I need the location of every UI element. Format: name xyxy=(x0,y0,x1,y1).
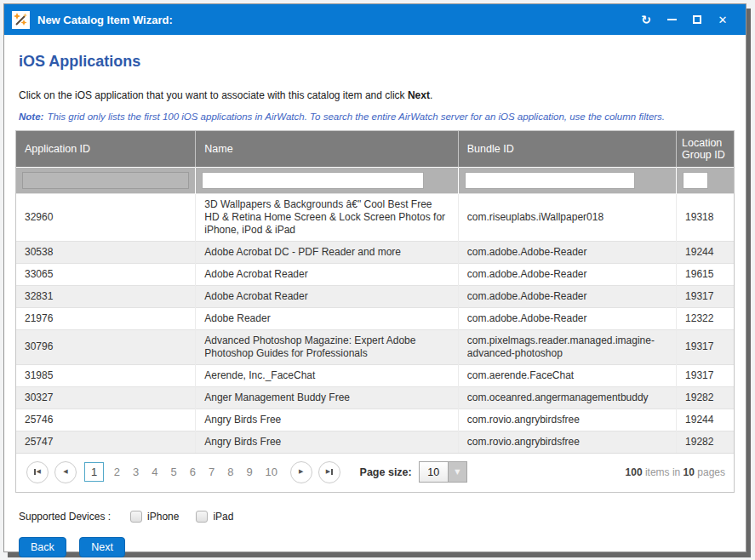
ipad-checkbox[interactable] xyxy=(196,511,208,523)
note-text: Note:This grid only lists the first 100 … xyxy=(19,111,735,122)
window-controls: ↻ ✕ xyxy=(633,9,735,31)
page-number-10[interactable]: 10 xyxy=(266,466,277,478)
cell-application-id: 30796 xyxy=(16,329,196,364)
cell-name: Angry Birds Free xyxy=(196,409,459,431)
next-button[interactable]: Next xyxy=(79,537,125,557)
table-row[interactable]: 25747 Angry Birds Free com.rovio.angrybi… xyxy=(16,431,734,453)
cell-location-group-id: 12322 xyxy=(677,307,734,329)
note-label: Note: xyxy=(19,111,43,122)
table-row[interactable]: 30538 Adobe Acrobat DC - PDF Reader and … xyxy=(16,241,734,263)
window-title: New Catalog Item Wizard: xyxy=(37,14,173,26)
cell-name: Adobe Acrobat DC - PDF Reader and more xyxy=(196,241,459,263)
iphone-option: iPhone xyxy=(130,511,179,523)
column-header-location-group-id[interactable]: Location Group ID xyxy=(677,131,734,167)
cell-location-group-id: 19282 xyxy=(677,386,734,409)
cell-location-group-id: 19615 xyxy=(677,263,734,285)
location-group-id-filter-input[interactable] xyxy=(683,172,708,189)
iphone-checkbox[interactable] xyxy=(130,511,142,523)
last-page-icon: ▶ xyxy=(326,469,330,475)
cell-name: Anger Management Buddy Free xyxy=(196,386,459,409)
prev-page-icon: ◀ xyxy=(63,469,67,475)
cell-name: Adobe Acrobat Reader xyxy=(196,285,459,307)
items-count: 100 xyxy=(626,466,643,478)
page-number-2[interactable]: 2 xyxy=(114,466,120,478)
table-row[interactable]: 32960 3D Wallpapers & Backgrounds â€" Co… xyxy=(16,193,734,241)
page-number-1[interactable]: 1 xyxy=(84,462,104,482)
cell-application-id: 31985 xyxy=(16,364,196,386)
page-number-5[interactable]: 5 xyxy=(170,466,176,478)
cell-application-id: 32831 xyxy=(16,285,196,307)
ipad-label: iPad xyxy=(213,511,233,523)
iphone-label: iPhone xyxy=(147,511,179,523)
page-number-9[interactable]: 9 xyxy=(246,466,252,478)
table-row[interactable]: 33065 Adobe Acrobat Reader com.adobe.Ado… xyxy=(16,263,734,285)
last-page-button[interactable]: ▶ xyxy=(318,461,340,483)
table-row[interactable]: 30796 Advanced Photoshop Magazine: Exper… xyxy=(16,329,734,364)
wizard-buttons: Back Next xyxy=(19,537,735,557)
grid-pager: ◀ ◀ 1 2 3 4 5 6 7 8 9 10 ▶ ▶ Page size: … xyxy=(16,453,734,492)
items-text: items in xyxy=(643,466,684,478)
chevron-down-icon[interactable]: ▼ xyxy=(449,461,467,483)
cell-bundle-id: com.adobe.Adobe-Reader xyxy=(458,307,676,329)
cell-location-group-id: 19317 xyxy=(677,285,734,307)
cell-application-id: 30538 xyxy=(16,241,196,263)
instruction-suffix: . xyxy=(430,89,432,101)
titlebar: New Catalog Item Wizard: ↻ ✕ xyxy=(4,4,746,35)
column-header-name[interactable]: Name xyxy=(196,131,459,167)
wizard-dialog: New Catalog Item Wizard: ↻ ✕ iOS Applica… xyxy=(3,3,746,552)
cell-location-group-id: 19244 xyxy=(677,241,734,263)
page-size-label: Page size: xyxy=(360,466,412,478)
name-filter-input[interactable] xyxy=(202,172,424,189)
back-button[interactable]: Back xyxy=(19,537,66,557)
table-row[interactable]: 31985 Aerende, Inc._FaceChat com.aerende… xyxy=(16,364,734,386)
page-number-3[interactable]: 3 xyxy=(133,466,139,478)
cell-location-group-id: 19282 xyxy=(677,431,734,453)
refresh-icon[interactable]: ↻ xyxy=(633,9,659,31)
minimize-icon[interactable] xyxy=(659,9,684,31)
cell-bundle-id: com.adobe.Adobe-Reader xyxy=(458,241,676,263)
instruction-next-word: Next xyxy=(408,89,430,101)
cell-bundle-id: com.adobe.Adobe-Reader xyxy=(458,285,676,307)
page-size-dropdown[interactable]: 10 ▼ xyxy=(419,461,467,483)
page-size-value: 10 xyxy=(419,461,449,483)
cell-application-id: 30327 xyxy=(16,386,196,409)
table-row[interactable]: 25746 Angry Birds Free com.rovio.angrybi… xyxy=(16,409,734,431)
pager-status: 100 items in 10 pages xyxy=(626,466,725,478)
grid-filter-row xyxy=(16,167,734,193)
prev-page-button[interactable]: ◀ xyxy=(54,461,77,483)
supported-devices-label: Supported Devices : xyxy=(19,511,111,523)
cell-name: Advanced Photoshop Magazine: Expert Adob… xyxy=(196,329,459,364)
supported-devices-row: Supported Devices : iPhone iPad xyxy=(19,511,735,523)
cell-application-id: 25746 xyxy=(16,409,196,431)
close-icon[interactable]: ✕ xyxy=(710,9,735,31)
column-header-application-id[interactable]: Application ID xyxy=(16,131,196,167)
first-page-button[interactable]: ◀ xyxy=(26,461,49,483)
table-row[interactable]: 32831 Adobe Acrobat Reader com.adobe.Ado… xyxy=(16,285,734,307)
cell-application-id: 21976 xyxy=(16,307,196,329)
cell-bundle-id: com.adobe.Adobe-Reader xyxy=(458,263,676,285)
cell-name: Adobe Reader xyxy=(196,307,459,329)
page-title: iOS Applications xyxy=(19,53,735,71)
cell-bundle-id: com.aerende.FaceChat xyxy=(458,364,676,386)
bundle-id-filter-input[interactable] xyxy=(465,172,635,189)
wizard-icon xyxy=(12,11,30,29)
next-page-button[interactable]: ▶ xyxy=(290,461,312,483)
page-number-4[interactable]: 4 xyxy=(152,466,157,478)
next-page-icon: ▶ xyxy=(299,469,303,475)
cell-location-group-id: 19244 xyxy=(677,409,734,431)
cell-location-group-id: 19317 xyxy=(677,329,734,364)
instruction-prefix: Click on the iOS application that you wa… xyxy=(19,89,408,101)
table-row[interactable]: 30327 Anger Management Buddy Free com.oc… xyxy=(16,386,734,409)
application-id-filter-input[interactable] xyxy=(22,172,189,189)
cell-location-group-id: 19317 xyxy=(677,364,734,386)
page-number-8[interactable]: 8 xyxy=(227,466,233,478)
page-number-7[interactable]: 7 xyxy=(209,466,214,478)
applications-grid: Application ID Name Bundle ID Location G… xyxy=(15,130,735,493)
pages-text: pages xyxy=(695,466,725,478)
maximize-icon[interactable] xyxy=(684,9,710,31)
table-row[interactable]: 21976 Adobe Reader com.adobe.Adobe-Reade… xyxy=(16,307,734,329)
page-number-6[interactable]: 6 xyxy=(190,466,196,478)
cell-application-id: 33065 xyxy=(16,263,196,285)
cell-bundle-id: com.oceanred.angermanagementbuddy xyxy=(458,386,676,409)
column-header-bundle-id[interactable]: Bundle ID xyxy=(458,131,676,167)
